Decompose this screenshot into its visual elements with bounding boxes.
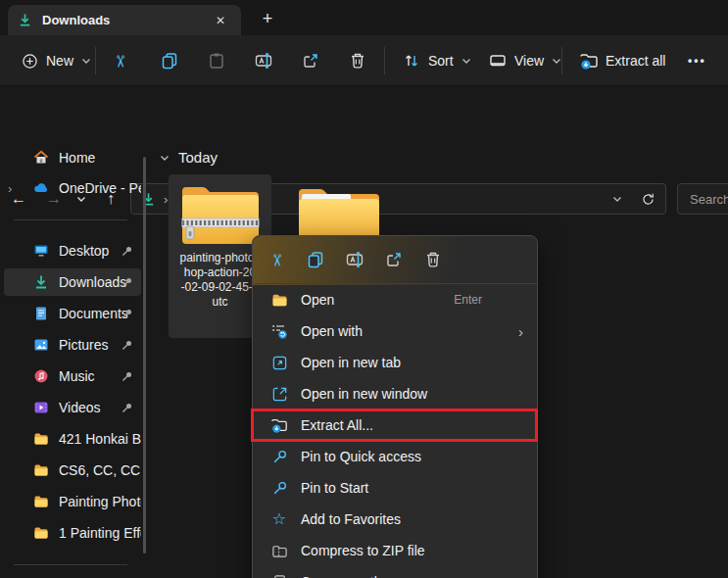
sidebar-item-music[interactable]: Music (4, 362, 141, 390)
copy-button[interactable] (296, 242, 335, 277)
menu-item-label: Pin to Quick access (301, 449, 421, 464)
menu-item-label: Open with (301, 323, 363, 339)
menu-item-label: Copy as path (301, 574, 382, 578)
sidebar-item-videos[interactable]: Videos (4, 394, 141, 421)
share-button[interactable] (374, 242, 413, 277)
paste-icon (207, 51, 226, 71)
menu-item-label: Extract All... (301, 417, 373, 433)
downloads-folder-icon (18, 13, 32, 27)
sidebar-item-folder[interactable]: Painting Photos (4, 488, 141, 515)
menu-item-add-to-favorites[interactable]: ☆ Add to Favorites (253, 504, 537, 535)
sidebar-item-label: Music (59, 368, 95, 384)
file-explorer-window: Downloads ✕ + New ✂ (0, 0, 728, 578)
share-icon (385, 251, 403, 268)
delete-button[interactable] (340, 47, 375, 74)
pin-icon (121, 276, 133, 289)
new-plus-icon (20, 51, 39, 71)
menu-item-label: Open (301, 292, 334, 308)
tab-title: Downloads (42, 13, 200, 27)
folder-icon (33, 431, 49, 447)
desktop-icon (33, 243, 49, 259)
group-header-today[interactable]: Today (159, 149, 218, 166)
sidebar-item-folder[interactable]: CS6, CC, CC 201 (4, 457, 141, 484)
zipped-folder-icon (179, 181, 262, 248)
sidebar-item-label: 421 Honkai Best (59, 431, 141, 447)
open-with-icon (270, 322, 288, 340)
pin-icon (121, 402, 133, 414)
documents-icon (33, 306, 49, 321)
share-button[interactable] (293, 47, 328, 74)
sidebar-item-downloads[interactable]: Downloads (4, 268, 141, 296)
tab-close-icon[interactable]: ✕ (210, 10, 231, 31)
sidebar-item-documents[interactable]: Documents (4, 300, 141, 327)
extract-all-toolbar-button[interactable]: Extract all (571, 47, 673, 74)
rename-button[interactable] (335, 242, 374, 277)
pin-icon (270, 448, 288, 465)
cut-button[interactable]: ✂ (105, 47, 134, 74)
pictures-icon (33, 337, 49, 353)
copy-icon (307, 251, 324, 268)
sidebar-item-label: 1 Painting Effect (59, 525, 141, 541)
videos-icon (33, 400, 49, 415)
cut-icon: ✂ (112, 54, 128, 68)
menu-item-open-with[interactable]: Open with › (253, 315, 537, 347)
new-tab-button[interactable]: + (255, 7, 280, 30)
see-more-button[interactable]: ••• (680, 47, 714, 74)
trash-icon (348, 51, 367, 71)
sort-icon (402, 51, 421, 71)
sidebar-item-home[interactable]: Home (4, 144, 141, 171)
cut-button[interactable]: ✂ (257, 242, 296, 277)
menu-item-copy-as-path[interactable]: Copy as path (253, 566, 537, 578)
pin-icon (121, 339, 133, 352)
pin-icon (121, 245, 133, 258)
rename-icon (346, 251, 364, 268)
pin-icon (121, 308, 133, 320)
home-icon (33, 150, 49, 166)
sort-button[interactable]: Sort (394, 47, 480, 74)
menu-item-extract-all[interactable]: Extract All... (253, 409, 537, 441)
sidebar-divider (14, 564, 127, 565)
sidebar-item-onedrive[interactable]: › OneDrive - Personal (4, 174, 141, 202)
sidebar-item-pictures[interactable]: Pictures (4, 331, 141, 359)
onedrive-cloud-icon (33, 180, 49, 196)
sidebar-item-desktop[interactable]: Desktop (4, 237, 141, 265)
pin-icon (270, 479, 288, 497)
star-icon: ☆ (270, 510, 288, 528)
sidebar-item-folder[interactable]: 421 Honkai Best (4, 425, 141, 453)
sidebar-item-label: Home (59, 150, 95, 166)
music-icon (33, 368, 49, 384)
zip-folder-icon (270, 542, 288, 559)
copy-button[interactable] (152, 47, 187, 74)
sidebar-scrollbar[interactable] (143, 157, 146, 554)
folder-icon (33, 462, 49, 478)
copy-path-icon (270, 573, 288, 578)
sort-button-label: Sort (428, 53, 454, 69)
menu-item-compress-to-zip[interactable]: Compress to ZIP file (253, 535, 537, 566)
view-button[interactable]: View (480, 47, 570, 74)
new-tab-icon (270, 354, 288, 371)
delete-button[interactable] (413, 242, 453, 277)
menu-item-open-in-new-tab[interactable]: Open in new tab (253, 347, 537, 378)
menu-item-pin-to-start[interactable]: Pin to Start (253, 472, 537, 504)
expand-chevron-icon[interactable]: › (8, 181, 12, 196)
sidebar: Home › OneDrive - Personal Desktop Downl… (0, 137, 149, 578)
menu-item-label: Open in new tab (301, 355, 401, 370)
rename-button[interactable] (246, 47, 281, 74)
folder-icon (33, 525, 49, 541)
extract-all-icon (579, 51, 599, 71)
chevron-down-icon (80, 55, 92, 67)
view-button-label: View (514, 53, 544, 69)
menu-item-open-in-new-window[interactable]: Open in new window (253, 378, 537, 409)
paste-button[interactable] (199, 47, 234, 74)
menu-item-pin-to-quick-access[interactable]: Pin to Quick access (253, 441, 537, 472)
sidebar-item-folder[interactable]: 1 Painting Effect (4, 519, 141, 547)
new-window-icon (270, 385, 288, 403)
toolbar-separator (95, 47, 96, 74)
menu-item-open[interactable]: Open Enter (253, 284, 537, 315)
extract-all-button-label: Extract all (606, 53, 665, 69)
pin-icon (121, 370, 133, 383)
sidebar-item-label: Painting Photos (59, 494, 141, 509)
new-button[interactable]: New (12, 47, 100, 74)
sidebar-item-label: CS6, CC, CC 201 (59, 462, 141, 478)
tab-downloads[interactable]: Downloads ✕ (8, 5, 241, 35)
